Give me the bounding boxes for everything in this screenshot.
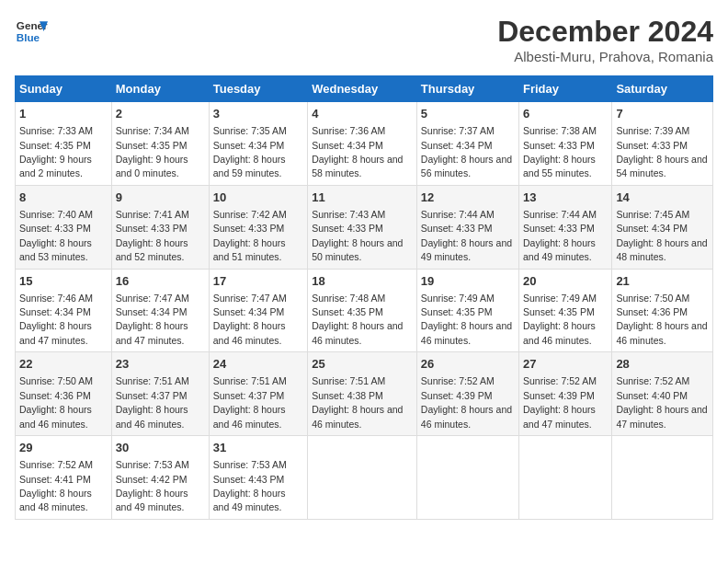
day-number: 28 <box>616 356 709 373</box>
day-number: 24 <box>213 356 303 373</box>
calendar-cell: 1 Sunrise: 7:33 AMSunset: 4:35 PMDayligh… <box>16 102 112 186</box>
sunrise-info: Sunrise: 7:38 AMSunset: 4:33 PMDaylight:… <box>523 125 597 178</box>
sunrise-info: Sunrise: 7:49 AMSunset: 4:35 PMDaylight:… <box>421 293 512 346</box>
day-number: 30 <box>116 440 205 456</box>
sunrise-info: Sunrise: 7:49 AMSunset: 4:35 PMDaylight:… <box>523 293 597 346</box>
day-number: 11 <box>312 190 413 206</box>
sunrise-info: Sunrise: 7:51 AMSunset: 4:38 PMDaylight:… <box>312 375 403 429</box>
sunrise-info: Sunrise: 7:47 AMSunset: 4:34 PMDaylight:… <box>213 293 287 346</box>
calendar-cell: 19 Sunrise: 7:49 AMSunset: 4:35 PMDaylig… <box>416 269 518 352</box>
week-row-2: 8 Sunrise: 7:40 AMSunset: 4:33 PMDayligh… <box>16 185 713 269</box>
calendar-cell: 4 Sunrise: 7:36 AMSunset: 4:34 PMDayligh… <box>308 102 417 186</box>
sunrise-info: Sunrise: 7:44 AMSunset: 4:33 PMDaylight:… <box>421 209 512 262</box>
calendar-cell: 18 Sunrise: 7:48 AMSunset: 4:35 PMDaylig… <box>308 269 417 352</box>
calendar-cell: 12 Sunrise: 7:44 AMSunset: 4:33 PMDaylig… <box>416 185 518 269</box>
calendar-cell: 24 Sunrise: 7:51 AMSunset: 4:37 PMDaylig… <box>209 352 307 436</box>
day-number: 4 <box>312 106 413 122</box>
day-number: 23 <box>116 356 205 373</box>
header-sunday: Sunday <box>16 76 112 102</box>
day-number: 22 <box>19 356 108 373</box>
calendar-cell: 6 Sunrise: 7:38 AMSunset: 4:33 PMDayligh… <box>519 102 612 186</box>
sunrise-info: Sunrise: 7:48 AMSunset: 4:35 PMDaylight:… <box>312 293 403 346</box>
sunrise-info: Sunrise: 7:40 AMSunset: 4:33 PMDaylight:… <box>19 209 93 262</box>
calendar-cell: 5 Sunrise: 7:37 AMSunset: 4:34 PMDayligh… <box>416 102 518 186</box>
day-number: 29 <box>19 440 108 456</box>
location-title: Albesti-Muru, Prahova, Romania <box>497 49 713 64</box>
day-number: 12 <box>421 190 515 206</box>
sunrise-info: Sunrise: 7:52 AMSunset: 4:39 PMDaylight:… <box>421 375 512 429</box>
calendar-cell: 11 Sunrise: 7:43 AMSunset: 4:33 PMDaylig… <box>308 185 417 269</box>
header-saturday: Saturday <box>612 76 713 102</box>
sunrise-info: Sunrise: 7:52 AMSunset: 4:39 PMDaylight:… <box>523 375 597 429</box>
month-title: December 2024 <box>497 15 713 49</box>
sunrise-info: Sunrise: 7:53 AMSunset: 4:42 PMDaylight:… <box>116 459 189 512</box>
calendar-cell: 27 Sunrise: 7:52 AMSunset: 4:39 PMDaylig… <box>519 352 612 436</box>
sunrise-info: Sunrise: 7:52 AMSunset: 4:41 PMDaylight:… <box>19 459 93 512</box>
page-header: General Blue December 2024 Albesti-Muru,… <box>15 15 713 64</box>
calendar-cell: 15 Sunrise: 7:46 AMSunset: 4:34 PMDaylig… <box>16 269 112 352</box>
day-number: 1 <box>19 106 108 122</box>
day-number: 21 <box>616 273 709 290</box>
day-number: 7 <box>616 106 709 122</box>
logo-icon: General Blue <box>15 15 48 48</box>
header-tuesday: Tuesday <box>209 76 307 102</box>
calendar-cell: 9 Sunrise: 7:41 AMSunset: 4:33 PMDayligh… <box>111 185 209 269</box>
calendar-cell <box>308 436 417 520</box>
day-number: 25 <box>312 356 413 373</box>
header-friday: Friday <box>519 76 612 102</box>
calendar-cell: 26 Sunrise: 7:52 AMSunset: 4:39 PMDaylig… <box>416 352 518 436</box>
sunrise-info: Sunrise: 7:47 AMSunset: 4:34 PMDaylight:… <box>116 293 189 346</box>
day-number: 3 <box>213 106 303 122</box>
day-number: 14 <box>616 190 709 206</box>
day-number: 27 <box>523 356 608 373</box>
calendar-cell: 10 Sunrise: 7:42 AMSunset: 4:33 PMDaylig… <box>209 185 307 269</box>
day-number: 20 <box>523 273 608 290</box>
sunrise-info: Sunrise: 7:33 AMSunset: 4:35 PMDaylight:… <box>19 125 93 178</box>
sunrise-info: Sunrise: 7:51 AMSunset: 4:37 PMDaylight:… <box>116 375 189 429</box>
sunrise-info: Sunrise: 7:45 AMSunset: 4:34 PMDaylight:… <box>616 209 707 262</box>
sunrise-info: Sunrise: 7:46 AMSunset: 4:34 PMDaylight:… <box>19 293 93 346</box>
sunrise-info: Sunrise: 7:52 AMSunset: 4:40 PMDaylight:… <box>616 375 707 429</box>
day-number: 16 <box>116 273 205 290</box>
sunrise-info: Sunrise: 7:35 AMSunset: 4:34 PMDaylight:… <box>213 125 287 178</box>
sunrise-info: Sunrise: 7:36 AMSunset: 4:34 PMDaylight:… <box>312 125 403 178</box>
svg-text:Blue: Blue <box>17 31 40 43</box>
day-number: 15 <box>19 273 108 290</box>
week-row-5: 29 Sunrise: 7:52 AMSunset: 4:41 PMDaylig… <box>16 436 713 520</box>
sunrise-info: Sunrise: 7:37 AMSunset: 4:34 PMDaylight:… <box>421 125 512 178</box>
header-thursday: Thursday <box>416 76 518 102</box>
calendar-cell: 7 Sunrise: 7:39 AMSunset: 4:33 PMDayligh… <box>612 102 713 186</box>
title-area: December 2024 Albesti-Muru, Prahova, Rom… <box>497 15 713 64</box>
sunrise-info: Sunrise: 7:41 AMSunset: 4:33 PMDaylight:… <box>116 209 189 262</box>
calendar-cell: 3 Sunrise: 7:35 AMSunset: 4:34 PMDayligh… <box>209 102 307 186</box>
calendar-cell: 22 Sunrise: 7:50 AMSunset: 4:36 PMDaylig… <box>16 352 112 436</box>
calendar-cell <box>612 436 713 520</box>
day-number: 5 <box>421 106 515 122</box>
calendar-cell: 13 Sunrise: 7:44 AMSunset: 4:33 PMDaylig… <box>519 185 612 269</box>
calendar-table: SundayMondayTuesdayWednesdayThursdayFrid… <box>15 75 713 520</box>
calendar-cell: 20 Sunrise: 7:49 AMSunset: 4:35 PMDaylig… <box>519 269 612 352</box>
sunrise-info: Sunrise: 7:50 AMSunset: 4:36 PMDaylight:… <box>616 293 707 346</box>
calendar-cell: 29 Sunrise: 7:52 AMSunset: 4:41 PMDaylig… <box>16 436 112 520</box>
day-number: 26 <box>421 356 515 373</box>
day-number: 9 <box>116 190 205 206</box>
sunrise-info: Sunrise: 7:53 AMSunset: 4:43 PMDaylight:… <box>213 459 287 512</box>
day-number: 31 <box>213 440 303 456</box>
day-number: 13 <box>523 190 608 206</box>
day-number: 8 <box>19 190 108 206</box>
sunrise-info: Sunrise: 7:43 AMSunset: 4:33 PMDaylight:… <box>312 209 403 262</box>
calendar-cell <box>416 436 518 520</box>
header-wednesday: Wednesday <box>308 76 417 102</box>
day-number: 17 <box>213 273 303 290</box>
calendar-cell: 17 Sunrise: 7:47 AMSunset: 4:34 PMDaylig… <box>209 269 307 352</box>
week-row-4: 22 Sunrise: 7:50 AMSunset: 4:36 PMDaylig… <box>16 352 713 436</box>
day-number: 18 <box>312 273 413 290</box>
calendar-cell: 21 Sunrise: 7:50 AMSunset: 4:36 PMDaylig… <box>612 269 713 352</box>
sunrise-info: Sunrise: 7:39 AMSunset: 4:33 PMDaylight:… <box>616 125 707 178</box>
header-monday: Monday <box>111 76 209 102</box>
calendar-cell: 23 Sunrise: 7:51 AMSunset: 4:37 PMDaylig… <box>111 352 209 436</box>
calendar-cell: 30 Sunrise: 7:53 AMSunset: 4:42 PMDaylig… <box>111 436 209 520</box>
week-row-1: 1 Sunrise: 7:33 AMSunset: 4:35 PMDayligh… <box>16 102 713 186</box>
sunrise-info: Sunrise: 7:34 AMSunset: 4:35 PMDaylight:… <box>116 125 189 178</box>
week-row-3: 15 Sunrise: 7:46 AMSunset: 4:34 PMDaylig… <box>16 269 713 352</box>
